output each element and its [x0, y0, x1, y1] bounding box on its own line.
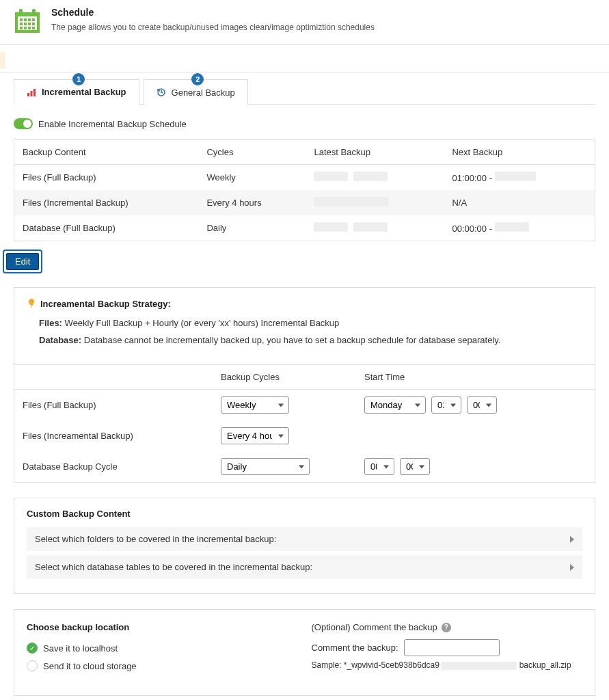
radio-label: Save it to localhost — [43, 643, 118, 654]
location-title: Choose backup location — [27, 622, 298, 632]
comment-label: Comment the backup: — [312, 643, 398, 653]
cell-next: N/A — [444, 190, 595, 215]
table-row: Files (Incremental Backup) Every 4 hours… — [14, 190, 595, 215]
edit-button[interactable]: Edit — [6, 253, 39, 270]
page-header: Schedule The page allows you to create b… — [0, 0, 609, 45]
col-cycles: Cycles — [198, 140, 306, 165]
svg-rect-3 — [32, 9, 36, 14]
svg-rect-17 — [31, 91, 33, 96]
start-col-header: Start Time — [364, 372, 586, 382]
radio-localhost[interactable]: Save it to localhost — [27, 643, 298, 654]
expand-tables[interactable]: Select which database tables to be cover… — [27, 555, 582, 579]
strategy-title: Increamental Backup Strategy: — [27, 298, 582, 310]
tab-label: General Backup — [172, 88, 235, 98]
radio-selected-icon — [27, 643, 38, 654]
db-hour-select[interactable]: 00 — [364, 458, 394, 475]
svg-rect-15 — [32, 27, 35, 29]
bar-chart-icon — [27, 88, 36, 97]
svg-rect-4 — [20, 18, 23, 21]
strategy-box: Increamental Backup Strategy: Files: Wee… — [14, 287, 595, 365]
svg-rect-5 — [24, 18, 27, 21]
table-row: Database (Full Backup) Daily 00:00:00 - — [14, 215, 595, 241]
files-full-hour-select[interactable]: 01 — [431, 396, 461, 414]
cell-cycles: Weekly — [198, 165, 306, 191]
radio-cloud[interactable]: Send it to cloud storage — [27, 660, 298, 671]
svg-rect-18 — [33, 89, 36, 96]
tab-badge: 1 — [72, 73, 85, 85]
svg-rect-14 — [28, 27, 31, 29]
db-cycle-select[interactable]: Daily — [221, 458, 310, 475]
svg-rect-11 — [32, 23, 35, 25]
tab-general-backup[interactable]: 2 General Backup — [144, 79, 248, 105]
table-row: Files (Full Backup) Weekly 01:00:00 - — [14, 165, 595, 191]
tab-label: Incremental Backup — [42, 87, 126, 97]
svg-rect-6 — [28, 18, 31, 21]
files-full-cycle-select[interactable]: Weekly — [221, 396, 289, 414]
svg-rect-9 — [24, 23, 27, 25]
expand-label: Select which folders to be covered in th… — [35, 534, 276, 544]
chevron-right-icon — [570, 564, 574, 571]
enable-toggle-row: Enable Incremental Backup Schedule — [14, 118, 595, 129]
tab-bar: 1 Incremental Backup 2 General Backup — [14, 79, 595, 105]
calendar-icon — [14, 7, 41, 34]
cell-content: Files (Full Backup) — [14, 165, 199, 191]
cycles-row-database: Database Backup Cycle Daily 00 00 — [14, 451, 595, 482]
cycles-row-files-inc: Files (Increamental Backup) Every 4 hour… — [14, 420, 595, 451]
radio-label: Send it to cloud storage — [43, 661, 137, 671]
svg-rect-10 — [28, 23, 31, 25]
custom-title: Custom Backup Content — [27, 509, 582, 519]
comment-header: (Optional) Comment the backup ? — [312, 622, 583, 632]
svg-rect-2 — [19, 9, 23, 14]
notice-bar — [0, 52, 609, 72]
help-icon[interactable]: ? — [442, 623, 451, 632]
cell-content: Database (Full Backup) — [14, 215, 199, 241]
chevron-right-icon — [570, 536, 574, 543]
strategy-database: Database: Database cannot be incremental… — [39, 335, 582, 345]
files-full-minute-select[interactable]: 00 — [467, 396, 497, 414]
tab-badge: 2 — [191, 73, 204, 85]
sample-text: Sample: *_wpvivid-5ceb938b6dca9 backup_a… — [312, 660, 583, 670]
cycles-config: Backup Cycles Start Time Files (Full Bac… — [14, 365, 595, 483]
row-label: Files (Increamental Backup) — [23, 431, 221, 441]
backup-location-box: Choose backup location Save it to localh… — [14, 609, 595, 696]
col-latest: Latest Backup — [306, 140, 444, 165]
enable-incremental-toggle[interactable] — [14, 118, 33, 129]
svg-rect-7 — [32, 18, 35, 21]
svg-rect-16 — [27, 93, 29, 96]
history-icon — [157, 88, 166, 97]
edit-button-highlight: Edit — [3, 250, 42, 273]
row-label: Database Backup Cycle — [23, 461, 221, 472]
comment-input[interactable] — [404, 639, 500, 656]
files-full-day-select[interactable]: Monday — [364, 396, 426, 414]
db-minute-select[interactable]: 00 — [400, 458, 430, 475]
radio-unselected-icon — [27, 660, 38, 671]
cell-cycles: Daily — [198, 215, 306, 241]
custom-backup-content: Custom Backup Content Select which folde… — [14, 498, 595, 594]
files-inc-cycle-select[interactable]: Every 4 hours — [221, 427, 289, 444]
cell-latest — [306, 190, 444, 215]
toggle-label: Enable Incremental Backup Schedule — [38, 119, 187, 129]
svg-rect-8 — [20, 23, 23, 25]
cell-content: Files (Incremental Backup) — [14, 190, 199, 215]
tab-incremental-backup[interactable]: 1 Incremental Backup — [14, 79, 139, 105]
expand-label: Select which database tables to be cover… — [35, 562, 312, 572]
page-title: Schedule — [51, 7, 375, 18]
cycles-row-files-full: Files (Full Backup) Weekly Monday 01 00 — [14, 390, 595, 420]
cell-cycles: Every 4 hours — [198, 190, 306, 215]
svg-rect-12 — [20, 27, 23, 29]
cell-latest — [306, 165, 444, 191]
page-description: The page allows you to create backup/unu… — [51, 22, 375, 33]
cell-next: 00:00:00 - — [444, 215, 595, 241]
expand-folders[interactable]: Select which folders to be covered in th… — [27, 527, 582, 551]
schedule-table: Backup Content Cycles Latest Backup Next… — [14, 139, 595, 241]
col-content: Backup Content — [14, 140, 199, 165]
svg-rect-13 — [24, 27, 27, 29]
cell-next: 01:00:00 - — [444, 165, 595, 191]
col-next: Next Backup — [444, 140, 595, 165]
cycles-col-header: Backup Cycles — [221, 372, 364, 382]
cell-latest — [306, 215, 444, 241]
strategy-files: Files: Weekly Full Backup + Hourly (or e… — [39, 318, 582, 328]
row-label: Files (Full Backup) — [23, 400, 221, 410]
lightbulb-icon — [27, 298, 36, 310]
